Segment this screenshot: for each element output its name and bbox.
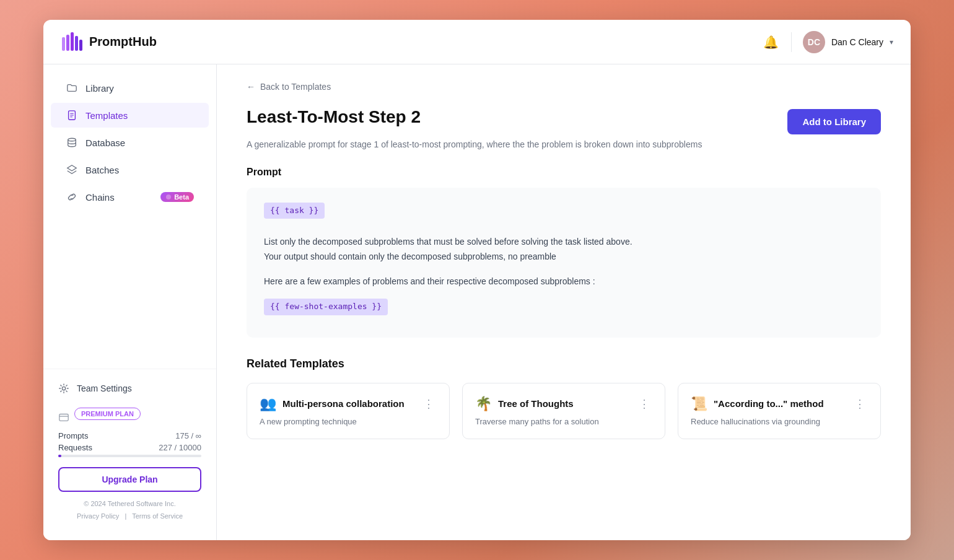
sidebar-item-templates-label: Templates: [85, 110, 128, 121]
chains-beta-badge: Beta: [160, 192, 194, 202]
card-title-2: "According to..." method: [714, 398, 824, 409]
main-inner: ← Back to Templates Least-To-Most Step 2…: [217, 64, 911, 464]
prompt-variable-task: {{ task }}: [264, 203, 325, 219]
prompt-section-title: Prompt: [247, 167, 881, 178]
card-emoji-1: 🌴: [475, 396, 492, 412]
prompt-text-1: List only the decomposed subproblems tha…: [264, 235, 864, 265]
user-menu[interactable]: DC Dan C Cleary ▾: [803, 31, 893, 53]
folder-icon: [66, 82, 78, 94]
sidebar-item-chains-label: Chains: [85, 192, 115, 203]
card-desc-0: A new prompting technique: [260, 417, 437, 426]
database-icon: [66, 136, 78, 149]
related-cards: 👥 Multi-persona collaboration ⋮ A new pr…: [247, 383, 881, 439]
header-right: 🔔 DC Dan C Cleary ▾: [763, 31, 893, 53]
user-name: Dan C Cleary: [831, 37, 883, 47]
page-description: A generalizable prompt for stage 1 of le…: [247, 139, 881, 149]
upgrade-plan-button[interactable]: Upgrade Plan: [58, 467, 201, 492]
arrow-left-icon: ←: [247, 82, 255, 92]
prompt-box: {{ task }} List only the decomposed subp…: [247, 188, 881, 338]
svg-rect-1: [66, 35, 69, 51]
requests-progress-bar: [58, 455, 201, 457]
footer-links: © 2024 Tethered Software Inc. Privacy Po…: [58, 498, 201, 523]
chevron-down-icon: ▾: [890, 38, 893, 46]
requests-usage-row: Requests 227 / 10000: [58, 443, 201, 452]
team-settings-item[interactable]: Team Settings: [51, 377, 209, 400]
back-link[interactable]: ← Back to Templates: [247, 82, 881, 92]
requests-progress-fill: [58, 455, 61, 457]
card-menu-0[interactable]: ⋮: [421, 396, 437, 412]
team-settings-label: Team Settings: [77, 383, 132, 393]
sidebar-bottom: Team Settings PREMIUM PLAN Prompts 175 /…: [43, 369, 216, 530]
layers-icon: [66, 164, 78, 176]
card-menu-1[interactable]: ⋮: [636, 396, 652, 412]
prompt-text-2: Here are a few examples of problems and …: [264, 274, 864, 289]
sidebar: Library Templates: [43, 64, 217, 540]
svg-rect-2: [71, 32, 74, 51]
notification-bell[interactable]: 🔔: [763, 33, 780, 51]
body: Library Templates: [43, 64, 911, 540]
svg-rect-0: [62, 37, 65, 51]
link-icon: [66, 191, 78, 203]
sidebar-item-batches[interactable]: Batches: [51, 157, 209, 182]
add-to-library-button[interactable]: Add to Library: [787, 109, 881, 134]
prompt-variable-few-shot: {{ few-shot-examples }}: [264, 299, 388, 315]
app-window: PromptHub 🔔 DC Dan C Cleary ▾ Library: [43, 20, 911, 540]
main-content: ← Back to Templates Least-To-Most Step 2…: [217, 64, 911, 540]
page-header: Least-To-Most Step 2 Add to Library: [247, 107, 881, 134]
sidebar-item-chains[interactable]: Chains Beta: [51, 185, 209, 209]
card-emoji-2: 📜: [691, 396, 707, 412]
sidebar-item-database[interactable]: Database: [51, 130, 209, 155]
sidebar-item-templates[interactable]: Templates: [51, 103, 209, 128]
plan-badge: PREMIUM PLAN: [74, 408, 141, 420]
svg-rect-3: [75, 36, 78, 51]
file-icon: [66, 109, 78, 121]
avatar: DC: [803, 31, 825, 53]
card-title-1: Tree of Thoughts: [498, 398, 574, 409]
sidebar-item-database-label: Database: [85, 138, 125, 148]
card-menu-2[interactable]: ⋮: [852, 396, 868, 412]
card-desc-2: Reduce hallucinations via grounding: [691, 417, 868, 426]
sidebar-item-batches-label: Batches: [85, 165, 119, 175]
app-name: PromptHub: [89, 35, 157, 49]
plan-icon: [58, 411, 69, 422]
page-title: Least-To-Most Step 2: [247, 107, 421, 128]
plan-section: PREMIUM PLAN Prompts 175 / ∞ Requests 22…: [51, 408, 209, 523]
logo-area: PromptHub: [61, 31, 157, 53]
prompts-usage-row: Prompts 175 / ∞: [58, 431, 201, 440]
gear-icon: [58, 383, 69, 394]
header: PromptHub 🔔 DC Dan C Cleary ▾: [43, 20, 911, 64]
logo-icon: [61, 31, 83, 53]
related-templates-title: Related Templates: [247, 357, 881, 370]
svg-point-11: [62, 387, 65, 390]
card-desc-1: Traverse many paths for a solution: [475, 417, 652, 426]
svg-point-10: [166, 195, 171, 199]
svg-point-9: [68, 138, 76, 141]
card-title-0: Multi-persona collaboration: [282, 398, 405, 409]
related-card-1[interactable]: 🌴 Tree of Thoughts ⋮ Traverse many paths…: [462, 383, 665, 439]
sidebar-item-library[interactable]: Library: [51, 76, 209, 100]
svg-rect-4: [79, 40, 82, 51]
sidebar-item-library-label: Library: [85, 83, 114, 94]
card-emoji-0: 👥: [260, 396, 276, 412]
svg-rect-12: [59, 414, 68, 421]
header-divider: [791, 32, 792, 52]
related-card-0[interactable]: 👥 Multi-persona collaboration ⋮ A new pr…: [247, 383, 450, 439]
related-card-2[interactable]: 📜 "According to..." method ⋮ Reduce hall…: [678, 383, 881, 439]
